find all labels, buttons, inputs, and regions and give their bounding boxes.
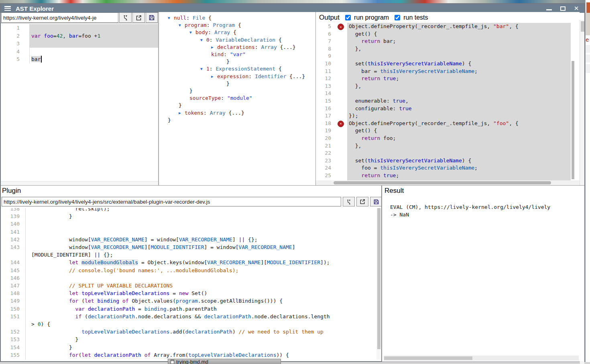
code-token: ; [396, 75, 399, 81]
window-titlebar[interactable]: AST Explorer ✕ [1, 4, 584, 13]
code-token: topLevelVariableDeclarations [81, 329, 169, 335]
code-line: 16 configurable: true [316, 105, 571, 113]
code-token: : [207, 22, 213, 28]
code-token: "module" [227, 95, 252, 101]
ast-node-toggle[interactable]: ▶tokens: Array {...} [162, 109, 315, 117]
scrollbar-thumb[interactable] [581, 21, 584, 32]
code-token: ret.skip(); [31, 208, 110, 212]
fork-button[interactable] [119, 12, 132, 23]
background-block [586, 13, 590, 35]
save-button[interactable] [370, 197, 382, 206]
scrollbar-thumb[interactable] [334, 181, 551, 184]
panel-divider[interactable] [158, 12, 162, 185]
code-token: ] = window[ [144, 237, 179, 243]
code-token: ( [81, 313, 88, 320]
run-program-checkbox[interactable] [345, 15, 351, 20]
code-text: }, [347, 142, 571, 150]
maximize-button[interactable] [559, 6, 566, 11]
code-token: } [168, 117, 171, 123]
code-token: VAR_RECORDER_NAME [207, 259, 260, 265]
scrollbar-thumb[interactable] [572, 61, 574, 179]
run-program-label: run program [354, 14, 389, 21]
external-link-icon [359, 198, 366, 205]
code-token: VAR_RECORDER_NAME [91, 237, 144, 243]
code-text: > 0) { [26, 320, 50, 328]
code-text: }, [347, 45, 571, 53]
ast-node-toggle[interactable]: ▼program: Program { [162, 22, 315, 29]
ast-node-toggle[interactable]: ▶expression: Identifier {...} [162, 73, 315, 80]
gutter-marker [337, 45, 347, 53]
code-token: VAR_RECORDER_NAME [179, 237, 232, 243]
ast-node-toggle[interactable]: ▼body: Array { [162, 29, 315, 36]
window-controls: ✕ [546, 6, 580, 11]
code-text [30, 40, 158, 48]
code-token: Object.defineProperty(_recorder_.tempfil… [349, 120, 493, 126]
error-marker-icon[interactable] [337, 120, 347, 127]
scrollbar-thumb[interactable] [384, 356, 472, 360]
code-token: program [185, 22, 207, 28]
error-marker-icon[interactable] [337, 23, 347, 30]
code-token: , [63, 33, 69, 39]
ast-node-toggle[interactable]: ▼null: File { [162, 14, 315, 22]
save-icon [149, 14, 155, 21]
line-number: 21 [316, 142, 337, 150]
open-external-button[interactable] [132, 12, 145, 23]
code-token: .add( [169, 329, 185, 335]
plugin-url-toolbar [1, 196, 381, 208]
output-editor[interactable]: 5Object.defineProperty(_recorder_.tempfi… [316, 23, 580, 183]
code-token: "bar" [493, 23, 509, 29]
ast-node-toggle[interactable]: ▶declarations: Array {...} [162, 44, 315, 51]
plugin-vscrollbar[interactable] [376, 208, 381, 360]
line-number: 5 [1, 55, 30, 63]
menu-icon[interactable] [4, 6, 11, 11]
collapse-arrow-icon[interactable]: ▼ [168, 14, 174, 22]
code-line: 148 let topLevelVariableDeclarations = n… [1, 289, 376, 297]
code-token: get() { [349, 31, 377, 37]
bottom-section: Plugin [1, 185, 584, 361]
expand-arrow-icon[interactable]: ▶ [211, 73, 217, 80]
close-button[interactable]: ✕ [573, 6, 580, 11]
plugin-url-input[interactable] [2, 197, 341, 206]
gutter-marker [337, 97, 347, 105]
minimize-button[interactable] [546, 6, 552, 11]
run-tests-label: run tests [403, 14, 428, 21]
code-token: if [75, 313, 82, 320]
save-button[interactable] [146, 12, 158, 23]
plugin-editor[interactable]: 138 ret.skip();139 }140141142 window[VAR… [1, 208, 376, 360]
code-text: } [26, 212, 72, 220]
code-token: body [195, 29, 208, 35]
code-token: ) { [41, 321, 50, 327]
code-token [141, 352, 144, 358]
ast-node-toggle[interactable]: ▼1: ExpressionStatement { [162, 65, 315, 73]
collapse-arrow-icon[interactable]: ▼ [200, 65, 206, 73]
code-token [31, 352, 69, 358]
scrollbar-thumb[interactable] [377, 208, 380, 349]
output-vscrollbar[interactable] [571, 23, 576, 180]
run-tests-checkbox[interactable] [395, 15, 400, 20]
collapse-arrow-icon[interactable]: ▼ [179, 22, 185, 29]
source-editor[interactable]: 12var foo=42, bar=foo +1345bar [1, 23, 158, 181]
ast-tree[interactable]: ▼null: File {▼program: Program {▼body: A… [162, 12, 315, 185]
ast-node: } [162, 87, 315, 95]
code-token: : [208, 29, 214, 35]
collapse-arrow-icon[interactable]: ▼ [200, 36, 206, 44]
line-number: 10 [316, 60, 337, 68]
code-line: 2var foo=42, bar=foo +1 [1, 32, 158, 40]
open-external-button[interactable] [356, 197, 368, 206]
expand-arrow-icon[interactable]: ▶ [211, 44, 217, 51]
code-token [31, 290, 69, 296]
background-window-tab[interactable]: trying-bmd.md [168, 359, 281, 364]
ast-node-toggle[interactable]: ▼0: VariableDeclaration { [162, 36, 315, 44]
background-row [586, 55, 590, 63]
code-text: } [26, 336, 78, 343]
expand-arrow-icon[interactable]: ▶ [179, 109, 185, 117]
code-token: ]); [320, 259, 330, 265]
source-hscrollbar[interactable] [1, 181, 158, 185]
code-line: 147 // SPLIT UP VARIABLE DECLARATIONS [1, 282, 376, 289]
result-hscrollbar[interactable] [384, 356, 579, 361]
code-token: {...} [286, 73, 305, 79]
fork-button[interactable] [343, 197, 355, 206]
collapse-arrow-icon[interactable]: ▼ [189, 29, 195, 36]
source-url-input[interactable] [1, 12, 118, 23]
output-hscrollbar[interactable] [316, 180, 580, 185]
